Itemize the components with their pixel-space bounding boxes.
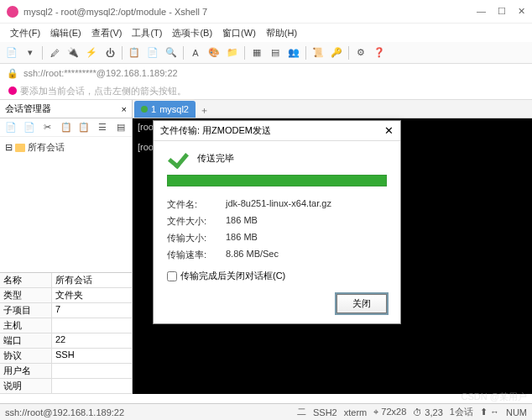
value: 186 MB: [226, 215, 258, 228]
prop-val: [52, 379, 132, 393]
session-tree[interactable]: ⊟ 所有会话: [0, 137, 132, 272]
menu-help[interactable]: 帮助(H): [263, 25, 300, 41]
menu-view[interactable]: 查看(V): [88, 25, 126, 41]
maximize-icon[interactable]: ☐: [498, 6, 506, 17]
settings-icon[interactable]: ⚙: [352, 45, 369, 61]
tip-row: 要添加当前会话，点击左侧的箭头按钮。: [0, 82, 532, 99]
side-prop-icon[interactable]: ☰: [95, 119, 110, 136]
label: 文件大小:: [167, 215, 226, 228]
close-icon[interactable]: ✕: [518, 6, 525, 17]
tip-dot-icon: [8, 87, 17, 95]
status-item: ⏱ 3,23: [413, 407, 442, 417]
sidebar-close-icon[interactable]: ×: [122, 104, 127, 114]
key-icon[interactable]: 🔑: [328, 45, 345, 61]
session-manager-title: 会话管理器: [5, 102, 51, 115]
people-icon[interactable]: 👥: [285, 45, 302, 61]
search-icon[interactable]: 🔍: [163, 45, 180, 61]
side-new2-icon[interactable]: 📄: [22, 119, 37, 136]
prop-val: SSH: [52, 349, 132, 363]
lock-icon: 🔒: [7, 68, 18, 79]
prop-val: 文件夹: [52, 288, 132, 302]
side-del-icon[interactable]: 📋: [76, 119, 91, 136]
paste-icon[interactable]: 📄: [144, 45, 161, 61]
close-button[interactable]: 关闭: [336, 294, 387, 313]
status-item: 1会话: [450, 406, 473, 418]
disconnect-icon[interactable]: ⏻: [102, 45, 118, 61]
side-cut-icon[interactable]: ✂: [40, 119, 55, 136]
menu-bar: 文件(F) 编辑(E) 查看(V) 工具(T) 选项卡(B) 窗口(W) 帮助(…: [0, 24, 532, 42]
menu-tabs[interactable]: 选项卡(B): [169, 25, 216, 41]
prop-key: 名称: [0, 273, 52, 287]
prop-key: 类型: [0, 288, 52, 302]
prop-key: 主机: [0, 318, 52, 333]
title-bar: mysql2 - root@mysql2:/opt/module - Xshel…: [0, 0, 532, 24]
copy-icon[interactable]: 📋: [126, 45, 143, 61]
progress-bar: [167, 175, 387, 186]
layout2-icon[interactable]: ▤: [267, 45, 284, 61]
expand-icon[interactable]: ⊟: [5, 142, 13, 153]
dialog-titlebar: 文件传输: 用ZMODEM发送 ✕: [154, 121, 400, 141]
reconnect-icon[interactable]: 🔌: [65, 45, 81, 61]
transfer-dialog: 文件传输: 用ZMODEM发送 ✕ 传送完毕 文件名:jdk-8u251-lin…: [153, 120, 401, 324]
address-text[interactable]: ssh://root:*********@192.168.1.189:22: [23, 68, 178, 78]
status-item: ⌖ 72x28: [373, 407, 406, 417]
sidebar-toolbar: 📄 📄 ✂ 📋 📋 ☰ ▤: [0, 118, 132, 137]
dialog-close-icon[interactable]: ✕: [384, 124, 394, 137]
tree-root-label: 所有会话: [28, 141, 65, 154]
help-icon[interactable]: ❓: [371, 45, 388, 61]
checkmark-icon: [167, 150, 190, 166]
side-view-icon[interactable]: ▤: [113, 119, 128, 136]
status-bar: ssh://root@192.168.1.189:22 二 SSH2 xterm…: [0, 403, 532, 420]
status-item: xterm: [344, 407, 368, 417]
checkbox-input[interactable]: [167, 271, 177, 281]
tip-text: 要添加当前会话，点击左侧的箭头按钮。: [20, 85, 186, 97]
side-new-icon[interactable]: 📄: [3, 119, 18, 136]
menu-window[interactable]: 窗口(W): [219, 25, 259, 41]
toolbar: 📄 ▾ 🖉 🔌 ⚡ ⏻ 📋 📄 🔍 A 🎨 📁 ▦ ▤ 👥 📜 🔑 ⚙ ❓: [0, 42, 532, 64]
status-row: 传送完毕: [167, 150, 387, 166]
tab-bar: 1 mysql2 ＋: [133, 100, 532, 118]
session-manager-header: 会话管理器 ×: [0, 100, 132, 118]
status-item: SSH2: [313, 407, 337, 417]
open-icon[interactable]: 🖉: [46, 45, 63, 61]
prop-key: 用户名: [0, 364, 52, 378]
app-logo-icon: [7, 6, 18, 18]
address-bar: 🔒 ssh://root:*********@192.168.1.189:22: [0, 64, 532, 82]
tree-root[interactable]: ⊟ 所有会话: [3, 140, 128, 155]
prop-key: 协议: [0, 349, 52, 363]
prop-val: 7: [52, 303, 132, 318]
close-after-checkbox[interactable]: 传输完成后关闭对话框(C): [167, 270, 387, 282]
label: 传输速率:: [167, 249, 226, 261]
color-icon[interactable]: 🎨: [206, 45, 222, 61]
prop-key: 说明: [0, 379, 52, 393]
menu-file[interactable]: 文件(F): [7, 25, 44, 41]
minimize-icon[interactable]: —: [477, 6, 486, 17]
connect-icon[interactable]: ⚡: [83, 45, 100, 61]
status-num: NUM: [506, 407, 527, 417]
prop-val: [52, 318, 132, 333]
tab-label: mysql2: [159, 104, 189, 114]
value: 186 MB: [226, 232, 258, 244]
prop-val: 22: [52, 333, 132, 348]
menu-edit[interactable]: 编辑(E): [47, 25, 85, 41]
window-controls: — ☐ ✕: [477, 6, 525, 17]
side-copy-icon[interactable]: 📋: [59, 119, 74, 136]
folder-icon[interactable]: 📁: [224, 45, 241, 61]
layout1-icon[interactable]: ▦: [248, 45, 265, 61]
status-item: 二: [297, 406, 306, 418]
dropdown-icon[interactable]: ▾: [22, 45, 39, 61]
label: 文件名:: [167, 198, 226, 211]
menu-tools[interactable]: 工具(T): [128, 25, 165, 41]
value: 8.86 MB/Sec: [226, 249, 279, 261]
script-icon[interactable]: 📜: [310, 45, 326, 61]
window-title: mysql2 - root@mysql2:/opt/module - Xshel…: [23, 7, 477, 17]
folder-icon: [15, 144, 25, 152]
new-icon[interactable]: 📄: [3, 45, 20, 61]
tab-add-button[interactable]: ＋: [197, 102, 212, 118]
prop-key: 子项目: [0, 303, 52, 318]
tab-mysql2[interactable]: 1 mysql2: [134, 101, 196, 118]
tab-status-icon: [141, 106, 148, 113]
prop-val: [52, 364, 132, 378]
font-icon[interactable]: A: [187, 45, 204, 61]
tab-index: 1: [151, 104, 156, 114]
